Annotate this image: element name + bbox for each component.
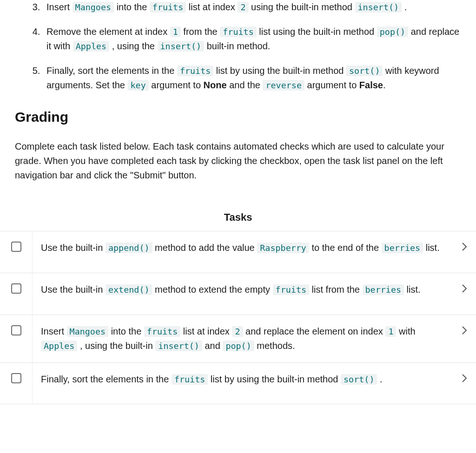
text: using the built-in method <box>249 2 355 12</box>
code: fruits <box>172 374 208 385</box>
text: , using the <box>109 41 157 51</box>
text: with <box>396 326 415 336</box>
task-row[interactable]: Finally, sort the elements in the fruits… <box>0 362 476 404</box>
instruction-item-4: Remove the element at index 1 from the f… <box>43 25 461 53</box>
text: into the <box>114 2 150 12</box>
text: argument to <box>149 80 204 90</box>
text: list from the <box>309 284 362 295</box>
text: methods. <box>254 341 295 351</box>
task-row[interactable]: Insert Mangoes into the fruits list at i… <box>0 315 476 362</box>
text: list. <box>404 284 421 295</box>
text: Use the built-in <box>41 284 106 295</box>
task-checkbox[interactable] <box>0 231 33 273</box>
task-body: Use the built-in extend() method to exte… <box>33 273 453 306</box>
text: Insert <box>46 2 73 12</box>
code: 1 <box>385 326 396 337</box>
code: extend() <box>106 284 152 295</box>
text: into the <box>108 326 144 336</box>
text: Remove the element at index <box>46 26 170 37</box>
tasks-section: Tasks Use the built-in append() method t… <box>0 205 476 404</box>
text: . <box>377 374 382 384</box>
text: and replace the element on index <box>243 326 386 336</box>
code: sort() <box>341 374 377 385</box>
text: method to extend the empty <box>152 284 273 295</box>
code: sort() <box>346 66 383 76</box>
instructions-section: Insert Mangoes into the fruits list at i… <box>0 0 476 205</box>
text: to the end of the <box>309 243 382 253</box>
text: , using the built-in <box>77 341 155 351</box>
text: . <box>402 2 407 12</box>
text: built-in method. <box>204 41 270 51</box>
task-checkbox[interactable] <box>0 363 33 404</box>
code: 2 <box>232 326 243 337</box>
code: pop() <box>223 341 254 351</box>
text: list. <box>423 243 440 253</box>
code: key <box>128 80 149 91</box>
code: append() <box>106 243 152 253</box>
tasks-header: Tasks <box>0 205 476 231</box>
text: list using the built-in method <box>257 26 377 37</box>
expand-arrow[interactable] <box>453 363 476 404</box>
code: 1 <box>170 26 181 37</box>
text: Finally, sort the elements in the <box>46 66 177 76</box>
code: insert() <box>355 2 402 13</box>
text: . <box>383 80 386 90</box>
text: and the <box>227 80 263 90</box>
code: berries <box>363 284 404 295</box>
code: fruits <box>144 326 180 337</box>
code: reverse <box>263 80 304 91</box>
chevron-right-icon <box>461 283 468 294</box>
task-body: Insert Mangoes into the fruits list at i… <box>33 315 453 362</box>
task-body: Use the built-in append() method to add … <box>33 231 453 264</box>
text: list by using the built-in method <box>208 374 341 384</box>
task-checkbox[interactable] <box>0 273 33 315</box>
text: Use the built-in <box>41 243 106 253</box>
checkbox-icon[interactable] <box>11 373 21 383</box>
text: Insert <box>41 326 67 336</box>
expand-arrow[interactable] <box>453 231 476 273</box>
task-checkbox[interactable] <box>0 315 33 362</box>
grading-description: Complete each task listed below. Each ta… <box>15 139 461 183</box>
code: fruits <box>220 26 256 37</box>
checkbox-icon[interactable] <box>11 283 21 294</box>
text: list by using the built-in method <box>213 66 346 76</box>
bold: None <box>204 80 227 90</box>
text: method to add the value <box>152 243 258 253</box>
chevron-right-icon <box>461 325 468 335</box>
text: from the <box>181 26 220 37</box>
code: berries <box>382 243 423 253</box>
expand-arrow[interactable] <box>453 273 476 315</box>
task-row[interactable]: Use the built-in extend() method to exte… <box>0 273 476 315</box>
code: insert() <box>155 341 202 351</box>
code: 2 <box>238 2 248 13</box>
expand-arrow[interactable] <box>453 315 476 362</box>
task-body: Finally, sort the elements in the fruits… <box>33 363 453 396</box>
grading-heading: Grading <box>15 106 461 128</box>
text: and <box>202 341 223 351</box>
code: insert() <box>158 41 205 52</box>
code: Apples <box>73 41 109 52</box>
code: fruits <box>273 284 309 295</box>
bold: False <box>359 80 383 90</box>
code: pop() <box>377 26 408 37</box>
code: Mangoes <box>73 2 114 13</box>
code: Raspberry <box>257 243 309 253</box>
text: argument to <box>304 80 359 90</box>
checkbox-icon[interactable] <box>11 242 21 252</box>
code: Mangoes <box>67 326 109 337</box>
text: list at index <box>186 2 238 12</box>
code: fruits <box>177 66 213 76</box>
text: Finally, sort the elements in the <box>41 374 172 384</box>
checkbox-icon[interactable] <box>11 325 21 335</box>
chevron-right-icon <box>461 373 468 383</box>
instruction-item-3: Insert Mangoes into the fruits list at i… <box>43 0 461 14</box>
instruction-item-5: Finally, sort the elements in the fruits… <box>43 64 461 92</box>
code: Apples <box>41 341 77 351</box>
instructions-list: Insert Mangoes into the fruits list at i… <box>15 0 461 92</box>
task-row[interactable]: Use the built-in append() method to add … <box>0 231 476 273</box>
text: list at index <box>180 326 232 336</box>
code: fruits <box>150 2 186 13</box>
chevron-right-icon <box>461 242 468 252</box>
